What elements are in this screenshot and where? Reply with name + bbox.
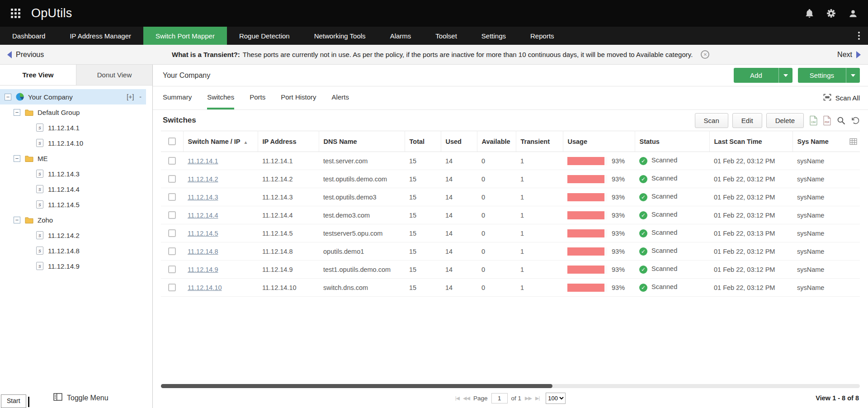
nav-item-dashboard[interactable]: Dashboard: [0, 27, 57, 45]
col-header-usage[interactable]: Usage: [563, 131, 635, 152]
page-size-select[interactable]: 100: [546, 393, 566, 404]
tab-tree-view[interactable]: Tree View: [0, 65, 76, 85]
scan-button[interactable]: Scan: [695, 113, 728, 128]
col-header-last-scan-time[interactable]: Last Scan Time: [709, 131, 793, 152]
apps-grid-icon[interactable]: [11, 9, 20, 18]
next-page-icon[interactable]: ▶▶: [525, 395, 532, 401]
user-profile-icon[interactable]: [849, 9, 857, 18]
row-checkbox[interactable]: [168, 175, 176, 183]
col-header-status[interactable]: Status: [635, 131, 709, 152]
col-header-sys-name[interactable]: Sys Name: [793, 131, 860, 152]
switch-name-link[interactable]: 11.12.14.3: [188, 194, 218, 201]
scan-all-label: Scan All: [835, 94, 860, 102]
switch-name-link[interactable]: 11.12.14.10: [188, 284, 222, 291]
edit-button[interactable]: Edit: [732, 113, 762, 128]
nav-item-ip-address-manager[interactable]: IP Address Manager: [57, 27, 143, 45]
row-checkbox[interactable]: [168, 266, 176, 273]
row-checkbox[interactable]: [168, 193, 176, 201]
nav-overflow-icon[interactable]: [850, 27, 868, 45]
refresh-icon[interactable]: [851, 116, 860, 125]
tree-item-your-company[interactable]: − Your Company [+] -: [0, 89, 146, 104]
tab-ports[interactable]: Ports: [250, 86, 265, 109]
switch-name-link[interactable]: 11.12.14.9: [188, 266, 218, 273]
nav-item-switch-port-mapper[interactable]: Switch Port Mapper: [143, 27, 227, 45]
tree-item-11-12-14-2[interactable]: s11.12.14.2: [0, 228, 152, 243]
remove-group-control[interactable]: -: [139, 93, 142, 100]
add-dropdown-button[interactable]: [778, 68, 793, 83]
tab-summary[interactable]: Summary: [163, 86, 192, 109]
switch-name-link[interactable]: 11.12.14.8: [188, 248, 218, 255]
tree-item-default-group[interactable]: −Default Group: [0, 104, 152, 120]
switch-name-link[interactable]: 11.12.14.4: [188, 212, 218, 219]
sort-asc-icon[interactable]: ▲: [244, 140, 248, 145]
add-button[interactable]: Add: [734, 68, 778, 83]
column-chooser-icon[interactable]: [849, 138, 857, 145]
tree-item-11-12-14-5[interactable]: s11.12.14.5: [0, 197, 152, 212]
horizontal-scrollbar[interactable]: [161, 384, 860, 388]
row-checkbox[interactable]: [168, 229, 176, 237]
toggle-menu-button[interactable]: Toggle Menu: [53, 393, 108, 403]
switch-name-link[interactable]: 11.12.14.2: [188, 176, 218, 183]
collapse-toggle-icon[interactable]: −: [14, 109, 20, 116]
previous-button[interactable]: Previous: [7, 51, 44, 59]
start-button[interactable]: Start: [1, 394, 26, 408]
row-checkbox[interactable]: [168, 284, 176, 291]
settings-button[interactable]: Settings: [798, 68, 846, 83]
nav-item-settings[interactable]: Settings: [469, 27, 518, 45]
delete-button[interactable]: Delete: [766, 113, 804, 128]
tree-item-me[interactable]: −ME: [0, 151, 152, 166]
row-checkbox[interactable]: [168, 211, 176, 219]
tab-alerts[interactable]: Alerts: [332, 86, 349, 109]
add-group-control[interactable]: [+]: [127, 93, 134, 100]
col-header-switch-name[interactable]: Switch Name / IP▲: [183, 131, 258, 152]
last-page-icon[interactable]: ▶|: [535, 395, 539, 401]
collapse-toggle-icon[interactable]: −: [14, 217, 20, 223]
col-header-dns-name[interactable]: DNS Name: [319, 131, 405, 152]
tree-item-11-12-14-9[interactable]: s11.12.14.9: [0, 258, 152, 274]
page-input[interactable]: [491, 393, 508, 403]
scan-all-button[interactable]: Scan All: [823, 94, 860, 102]
scrollbar-thumb[interactable]: [161, 384, 552, 388]
col-header-transient[interactable]: Transient: [516, 131, 563, 152]
tab-port-history[interactable]: Port History: [281, 86, 316, 109]
col-header-total[interactable]: Total: [405, 131, 441, 152]
nav-item-networking-tools[interactable]: Networking Tools: [302, 27, 378, 45]
col-header-used[interactable]: Used: [441, 131, 477, 152]
switch-name-link[interactable]: 11.12.14.1: [188, 157, 218, 165]
tree-item-11-12-14-8[interactable]: s11.12.14.8: [0, 243, 152, 258]
tree-item-11-12-14-10[interactable]: s11.12.14.10: [0, 135, 152, 151]
switch-device-icon: s: [36, 262, 43, 270]
row-checkbox[interactable]: [168, 157, 176, 165]
tree-item-label: 11.12.14.8: [48, 247, 80, 255]
tab-switches[interactable]: Switches: [207, 86, 234, 109]
col-header-available[interactable]: Available: [477, 131, 516, 152]
search-icon[interactable]: [837, 116, 845, 125]
next-button[interactable]: Next: [837, 51, 861, 59]
status-scanned-icon: ✓: [639, 175, 647, 183]
usage-bar: [567, 266, 607, 274]
nav-item-alarms[interactable]: Alarms: [378, 27, 424, 45]
collapse-toggle-icon[interactable]: −: [5, 94, 11, 100]
export-csv-icon[interactable]: CSV: [810, 116, 817, 125]
tab-donut-view[interactable]: Donut View: [76, 65, 152, 85]
prev-page-icon[interactable]: ◀◀: [463, 395, 470, 401]
settings-dropdown-button[interactable]: [846, 68, 860, 83]
status-label: Scanned: [651, 211, 677, 218]
dismiss-notice-icon[interactable]: ✕: [701, 50, 709, 59]
tree-item-11-12-14-3[interactable]: s11.12.14.3: [0, 166, 152, 181]
tree-item-11-12-14-1[interactable]: s11.12.14.1: [0, 120, 152, 135]
notifications-bell-icon[interactable]: [806, 9, 813, 18]
nav-item-toolset[interactable]: Toolset: [423, 27, 469, 45]
collapse-toggle-icon[interactable]: −: [14, 155, 20, 162]
first-page-icon[interactable]: |◀: [455, 395, 459, 401]
tree-item-zoho[interactable]: −Zoho: [0, 212, 152, 228]
nav-item-rogue-detection[interactable]: Rogue Detection: [227, 27, 302, 45]
export-pdf-icon[interactable]: PDF: [823, 116, 831, 125]
admin-gear-icon[interactable]: [827, 9, 835, 18]
tree-item-11-12-14-4[interactable]: s11.12.14.4: [0, 181, 152, 197]
switch-name-link[interactable]: 11.12.14.5: [188, 230, 218, 237]
row-checkbox[interactable]: [168, 247, 176, 255]
nav-item-reports[interactable]: Reports: [518, 27, 566, 45]
select-all-checkbox[interactable]: [168, 138, 176, 145]
col-header-ip-address[interactable]: IP Address: [258, 131, 319, 152]
